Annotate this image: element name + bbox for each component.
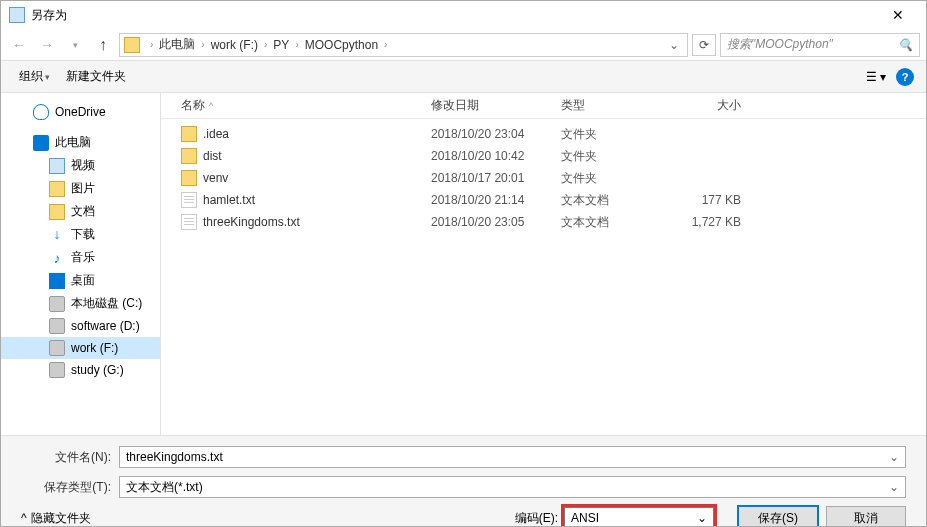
chevron-right-icon: › — [384, 39, 387, 50]
filename-input[interactable]: threeKingdoms.txt ⌄ — [119, 446, 906, 468]
help-button[interactable]: ? — [896, 68, 914, 86]
folder-icon — [181, 170, 197, 186]
save-panel: 文件名(N): threeKingdoms.txt ⌄ 保存类型(T): 文本文… — [1, 435, 926, 527]
breadcrumb[interactable]: › 此电脑 › work (F:) › PY › MOOCpython › ⌄ — [119, 33, 688, 57]
sidebar-item[interactable]: 本地磁盘 (C:) — [1, 292, 160, 315]
chevron-down-icon: ⌄ — [889, 450, 899, 464]
file-type: 文件夹 — [561, 126, 661, 143]
hide-folders-toggle[interactable]: ^ 隐藏文件夹 — [21, 510, 91, 527]
sidebar-item[interactable]: OneDrive — [1, 101, 160, 123]
file-date: 2018/10/20 21:14 — [431, 193, 561, 207]
column-size[interactable]: 大小 — [661, 97, 761, 114]
sidebar-item[interactable]: 桌面 — [1, 269, 160, 292]
encoding-label: 编码(E): — [515, 510, 558, 527]
file-type: 文件夹 — [561, 148, 661, 165]
save-button[interactable]: 保存(S) — [738, 506, 818, 527]
desktop-icon — [49, 273, 65, 289]
disk-icon — [49, 296, 65, 312]
close-button[interactable]: ✕ — [878, 7, 918, 23]
titlebar: 另存为 ✕ — [1, 1, 926, 29]
folder-icon — [49, 181, 65, 197]
disk-icon — [49, 340, 65, 356]
file-date: 2018/10/20 23:05 — [431, 215, 561, 229]
file-name: .idea — [203, 127, 431, 141]
filetype-label: 保存类型(T): — [21, 479, 111, 496]
sidebar-item[interactable]: study (G:) — [1, 359, 160, 381]
sidebar-item-label: 此电脑 — [55, 134, 91, 151]
file-type: 文本文档 — [561, 192, 661, 209]
cancel-button[interactable]: 取消 — [826, 506, 906, 527]
file-date: 2018/10/17 20:01 — [431, 171, 561, 185]
file-list-header: 名称^ 修改日期 类型 大小 — [161, 93, 926, 119]
sidebar-item-label: 下载 — [71, 226, 95, 243]
breadcrumb-item[interactable]: MOOCpython — [305, 38, 378, 52]
column-type[interactable]: 类型 — [561, 97, 661, 114]
search-placeholder: 搜索"MOOCpython" — [727, 36, 833, 53]
file-type: 文本文档 — [561, 214, 661, 231]
file-date: 2018/10/20 10:42 — [431, 149, 561, 163]
file-name: dist — [203, 149, 431, 163]
file-row[interactable]: threeKingdoms.txt2018/10/20 23:05文本文档1,7… — [181, 211, 926, 233]
column-name[interactable]: 名称^ — [181, 97, 431, 114]
sidebar: OneDrive此电脑视频图片文档↓下载♪音乐桌面本地磁盘 (C:)softwa… — [1, 93, 161, 435]
disk-icon — [49, 318, 65, 334]
chevron-down-icon: ⌄ — [697, 511, 707, 525]
breadcrumb-item[interactable]: PY — [273, 38, 289, 52]
sidebar-item-label: OneDrive — [55, 105, 106, 119]
sidebar-item[interactable]: 图片 — [1, 177, 160, 200]
file-row[interactable]: hamlet.txt2018/10/20 21:14文本文档177 KB — [181, 189, 926, 211]
sidebar-item[interactable]: work (F:) — [1, 337, 160, 359]
file-row[interactable]: dist2018/10/20 10:42文件夹 — [181, 145, 926, 167]
file-list-pane: 名称^ 修改日期 类型 大小 .idea2018/10/20 23:04文件夹d… — [161, 93, 926, 435]
sidebar-item[interactable]: software (D:) — [1, 315, 160, 337]
filetype-select[interactable]: 文本文档(*.txt) ⌄ — [119, 476, 906, 498]
chevron-down-icon: ⌄ — [889, 480, 899, 494]
folder-icon — [181, 148, 197, 164]
file-size: 1,727 KB — [661, 215, 761, 229]
column-date[interactable]: 修改日期 — [431, 97, 561, 114]
sidebar-item-label: 音乐 — [71, 249, 95, 266]
sidebar-item[interactable]: 视频 — [1, 154, 160, 177]
toolbar: 组织 ▾ 新建文件夹 ☰ ▾ ? — [1, 61, 926, 93]
video-icon — [49, 158, 65, 174]
chevron-right-icon: › — [295, 39, 298, 50]
organize-button[interactable]: 组织 ▾ — [13, 66, 56, 87]
sidebar-item-label: 本地磁盘 (C:) — [71, 295, 142, 312]
chevron-up-icon: ^ — [21, 511, 27, 525]
sidebar-item[interactable]: ♪音乐 — [1, 246, 160, 269]
file-type: 文件夹 — [561, 170, 661, 187]
sidebar-item[interactable]: 文档 — [1, 200, 160, 223]
chevron-right-icon: › — [264, 39, 267, 50]
file-row[interactable]: .idea2018/10/20 23:04文件夹 — [181, 123, 926, 145]
back-button[interactable]: ← — [7, 33, 31, 57]
sidebar-item-label: 视频 — [71, 157, 95, 174]
breadcrumb-item[interactable]: work (F:) — [211, 38, 258, 52]
cloud-icon — [33, 104, 49, 120]
sidebar-item-label: 文档 — [71, 203, 95, 220]
refresh-button[interactable]: ⟳ — [692, 34, 716, 56]
file-icon — [181, 214, 197, 230]
folder-icon — [181, 126, 197, 142]
encoding-select[interactable]: ANSI ⌄ — [564, 507, 714, 527]
sidebar-item-label: work (F:) — [71, 341, 118, 355]
breadcrumb-item[interactable]: 此电脑 — [159, 36, 195, 53]
pc-icon — [33, 135, 49, 151]
music-icon: ♪ — [49, 250, 65, 266]
forward-button[interactable]: → — [35, 33, 59, 57]
sidebar-item-label: study (G:) — [71, 363, 124, 377]
sidebar-item-label: 桌面 — [71, 272, 95, 289]
sidebar-item[interactable]: 此电脑 — [1, 131, 160, 154]
chevron-right-icon: › — [201, 39, 204, 50]
new-folder-button[interactable]: 新建文件夹 — [60, 66, 132, 87]
filename-label: 文件名(N): — [21, 449, 111, 466]
up-button[interactable]: ↑ — [91, 33, 115, 57]
breadcrumb-dropdown[interactable]: ⌄ — [665, 38, 683, 52]
file-date: 2018/10/20 23:04 — [431, 127, 561, 141]
file-row[interactable]: venv2018/10/17 20:01文件夹 — [181, 167, 926, 189]
search-input[interactable]: 搜索"MOOCpython" 🔍 — [720, 33, 920, 57]
recent-dropdown[interactable]: ▾ — [63, 33, 87, 57]
file-size: 177 KB — [661, 193, 761, 207]
sidebar-item[interactable]: ↓下载 — [1, 223, 160, 246]
view-mode-button[interactable]: ☰ ▾ — [860, 68, 892, 86]
window-title: 另存为 — [31, 7, 878, 24]
